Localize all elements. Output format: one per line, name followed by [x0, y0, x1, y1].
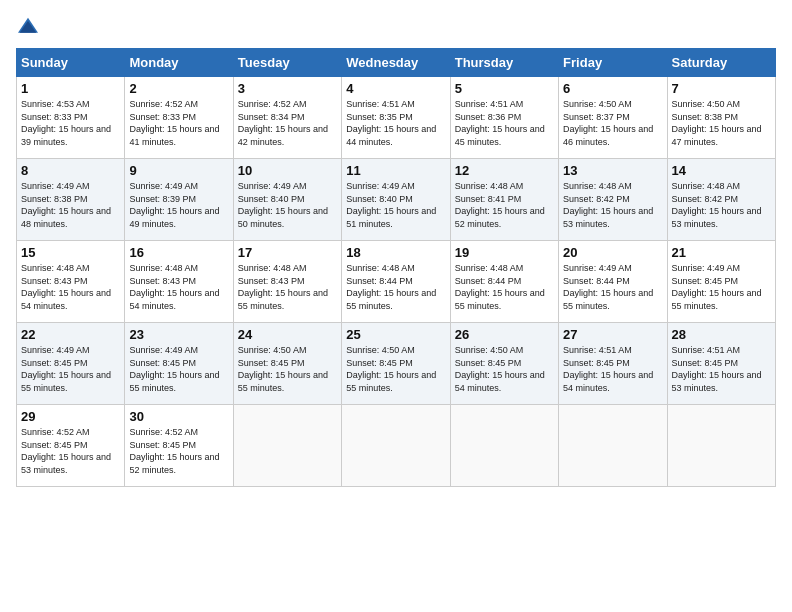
daylight-text: Daylight: 15 hours and 53 minutes.: [21, 452, 111, 475]
sunset-text: Sunset: 8:45 PM: [238, 358, 305, 368]
sunrise-text: Sunrise: 4:52 AM: [21, 427, 90, 437]
calendar-cell: 17 Sunrise: 4:48 AM Sunset: 8:43 PM Dayl…: [233, 241, 341, 323]
calendar-cell: [233, 405, 341, 487]
day-number: 13: [563, 163, 662, 178]
calendar-cell: 29 Sunrise: 4:52 AM Sunset: 8:45 PM Dayl…: [17, 405, 125, 487]
day-number: 9: [129, 163, 228, 178]
daylight-text: Daylight: 15 hours and 42 minutes.: [238, 124, 328, 147]
calendar-cell: 26 Sunrise: 4:50 AM Sunset: 8:45 PM Dayl…: [450, 323, 558, 405]
calendar-cell: 24 Sunrise: 4:50 AM Sunset: 8:45 PM Dayl…: [233, 323, 341, 405]
calendar-cell: 25 Sunrise: 4:50 AM Sunset: 8:45 PM Dayl…: [342, 323, 450, 405]
sunset-text: Sunset: 8:42 PM: [563, 194, 630, 204]
daylight-text: Daylight: 15 hours and 50 minutes.: [238, 206, 328, 229]
day-number: 25: [346, 327, 445, 342]
calendar-cell: 8 Sunrise: 4:49 AM Sunset: 8:38 PM Dayli…: [17, 159, 125, 241]
calendar-cell: [342, 405, 450, 487]
calendar-cell: 14 Sunrise: 4:48 AM Sunset: 8:42 PM Dayl…: [667, 159, 775, 241]
sunset-text: Sunset: 8:33 PM: [21, 112, 88, 122]
daylight-text: Daylight: 15 hours and 55 minutes.: [346, 370, 436, 393]
sunrise-text: Sunrise: 4:48 AM: [346, 263, 415, 273]
calendar-cell: 9 Sunrise: 4:49 AM Sunset: 8:39 PM Dayli…: [125, 159, 233, 241]
sunrise-text: Sunrise: 4:50 AM: [455, 345, 524, 355]
sunset-text: Sunset: 8:38 PM: [672, 112, 739, 122]
daylight-text: Daylight: 15 hours and 44 minutes.: [346, 124, 436, 147]
sunrise-text: Sunrise: 4:48 AM: [238, 263, 307, 273]
calendar-cell: 22 Sunrise: 4:49 AM Sunset: 8:45 PM Dayl…: [17, 323, 125, 405]
sunset-text: Sunset: 8:39 PM: [129, 194, 196, 204]
calendar-cell: 19 Sunrise: 4:48 AM Sunset: 8:44 PM Dayl…: [450, 241, 558, 323]
sunrise-text: Sunrise: 4:48 AM: [129, 263, 198, 273]
daylight-text: Daylight: 15 hours and 54 minutes.: [563, 370, 653, 393]
day-number: 6: [563, 81, 662, 96]
day-number: 8: [21, 163, 120, 178]
sunset-text: Sunset: 8:45 PM: [672, 358, 739, 368]
sunset-text: Sunset: 8:43 PM: [238, 276, 305, 286]
sunrise-text: Sunrise: 4:49 AM: [346, 181, 415, 191]
sunrise-text: Sunrise: 4:49 AM: [21, 181, 90, 191]
sunrise-text: Sunrise: 4:49 AM: [129, 345, 198, 355]
daylight-text: Daylight: 15 hours and 48 minutes.: [21, 206, 111, 229]
day-number: 17: [238, 245, 337, 260]
calendar-cell: 12 Sunrise: 4:48 AM Sunset: 8:41 PM Dayl…: [450, 159, 558, 241]
calendar-cell: 2 Sunrise: 4:52 AM Sunset: 8:33 PM Dayli…: [125, 77, 233, 159]
sunset-text: Sunset: 8:36 PM: [455, 112, 522, 122]
day-number: 16: [129, 245, 228, 260]
sunset-text: Sunset: 8:40 PM: [238, 194, 305, 204]
sunrise-text: Sunrise: 4:51 AM: [455, 99, 524, 109]
sunset-text: Sunset: 8:35 PM: [346, 112, 413, 122]
daylight-text: Daylight: 15 hours and 55 minutes.: [455, 288, 545, 311]
sunrise-text: Sunrise: 4:48 AM: [672, 181, 741, 191]
sunrise-text: Sunrise: 4:49 AM: [563, 263, 632, 273]
sunset-text: Sunset: 8:41 PM: [455, 194, 522, 204]
daylight-text: Daylight: 15 hours and 54 minutes.: [455, 370, 545, 393]
day-number: 3: [238, 81, 337, 96]
sunrise-text: Sunrise: 4:52 AM: [129, 427, 198, 437]
daylight-text: Daylight: 15 hours and 55 minutes.: [346, 288, 436, 311]
sunrise-text: Sunrise: 4:50 AM: [238, 345, 307, 355]
daylight-text: Daylight: 15 hours and 52 minutes.: [129, 452, 219, 475]
weekday-header-tuesday: Tuesday: [233, 49, 341, 77]
daylight-text: Daylight: 15 hours and 55 minutes.: [563, 288, 653, 311]
day-number: 11: [346, 163, 445, 178]
daylight-text: Daylight: 15 hours and 52 minutes.: [455, 206, 545, 229]
daylight-text: Daylight: 15 hours and 53 minutes.: [672, 370, 762, 393]
day-number: 29: [21, 409, 120, 424]
sunset-text: Sunset: 8:43 PM: [21, 276, 88, 286]
day-number: 2: [129, 81, 228, 96]
sunrise-text: Sunrise: 4:49 AM: [129, 181, 198, 191]
sunset-text: Sunset: 8:45 PM: [21, 440, 88, 450]
day-number: 14: [672, 163, 771, 178]
calendar-cell: [559, 405, 667, 487]
sunset-text: Sunset: 8:43 PM: [129, 276, 196, 286]
sunrise-text: Sunrise: 4:51 AM: [563, 345, 632, 355]
sunrise-text: Sunrise: 4:51 AM: [672, 345, 741, 355]
calendar-week-row: 22 Sunrise: 4:49 AM Sunset: 8:45 PM Dayl…: [17, 323, 776, 405]
sunrise-text: Sunrise: 4:51 AM: [346, 99, 415, 109]
weekday-header-sunday: Sunday: [17, 49, 125, 77]
daylight-text: Daylight: 15 hours and 49 minutes.: [129, 206, 219, 229]
sunset-text: Sunset: 8:44 PM: [455, 276, 522, 286]
daylight-text: Daylight: 15 hours and 41 minutes.: [129, 124, 219, 147]
calendar-table: SundayMondayTuesdayWednesdayThursdayFrid…: [16, 48, 776, 487]
day-number: 5: [455, 81, 554, 96]
sunrise-text: Sunrise: 4:49 AM: [21, 345, 90, 355]
sunrise-text: Sunrise: 4:49 AM: [672, 263, 741, 273]
sunset-text: Sunset: 8:34 PM: [238, 112, 305, 122]
sunset-text: Sunset: 8:45 PM: [129, 358, 196, 368]
page-header: [16, 16, 776, 36]
weekday-header-thursday: Thursday: [450, 49, 558, 77]
day-number: 21: [672, 245, 771, 260]
calendar-cell: 27 Sunrise: 4:51 AM Sunset: 8:45 PM Dayl…: [559, 323, 667, 405]
calendar-cell: 30 Sunrise: 4:52 AM Sunset: 8:45 PM Dayl…: [125, 405, 233, 487]
calendar-cell: 7 Sunrise: 4:50 AM Sunset: 8:38 PM Dayli…: [667, 77, 775, 159]
calendar-cell: 11 Sunrise: 4:49 AM Sunset: 8:40 PM Dayl…: [342, 159, 450, 241]
sunrise-text: Sunrise: 4:48 AM: [563, 181, 632, 191]
calendar-cell: 18 Sunrise: 4:48 AM Sunset: 8:44 PM Dayl…: [342, 241, 450, 323]
daylight-text: Daylight: 15 hours and 39 minutes.: [21, 124, 111, 147]
weekday-header-friday: Friday: [559, 49, 667, 77]
daylight-text: Daylight: 15 hours and 45 minutes.: [455, 124, 545, 147]
calendar-header-row: SundayMondayTuesdayWednesdayThursdayFrid…: [17, 49, 776, 77]
sunset-text: Sunset: 8:45 PM: [563, 358, 630, 368]
daylight-text: Daylight: 15 hours and 46 minutes.: [563, 124, 653, 147]
day-number: 10: [238, 163, 337, 178]
